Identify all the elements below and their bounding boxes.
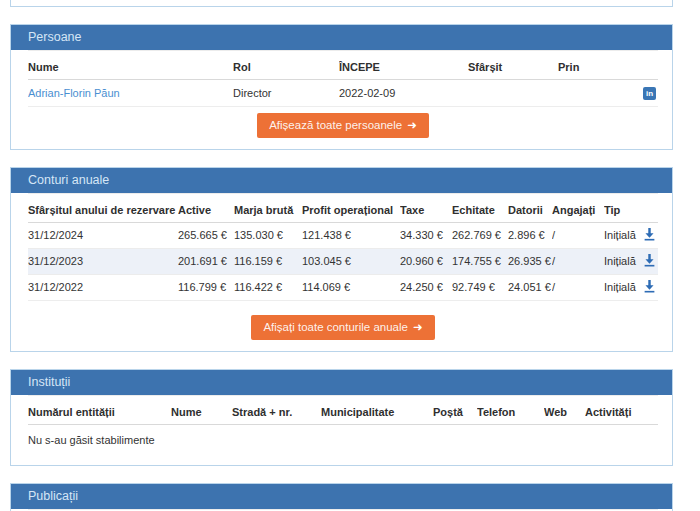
cell-year-end: 31/12/2024 — [28, 223, 178, 249]
person-row: Adrian-Florin Păun Director 2022-02-09 i… — [28, 80, 658, 107]
institutions-empty-message: Nu s-au găsit stabilimente — [28, 425, 658, 465]
cell-year-end: 31/12/2023 — [28, 249, 178, 275]
download-icon[interactable] — [642, 227, 656, 241]
cell-gross-margin: 116.159 € — [234, 249, 302, 275]
person-start-cell: 2022-02-09 — [339, 80, 468, 107]
accounts-button-row: Afișați toate conturile anuale➜ — [28, 301, 658, 351]
cell-download — [642, 275, 658, 301]
institutions-col-activities: Activități — [585, 396, 658, 425]
cell-active: 265.665 € — [178, 223, 234, 249]
persons-card-title: Persoane — [11, 25, 672, 50]
persons-card-body: Nume Rol ÎNCEPE Sfârșit Prin Adrian-Flor… — [11, 50, 672, 149]
institutions-col-entity-number: Numărul entității — [28, 396, 171, 425]
annual-accounts-card-body: Sfârșitul anului de rezervare Active Mar… — [11, 193, 672, 351]
cell-employees: / — [552, 249, 604, 275]
persons-col-incepe: ÎNCEPE — [339, 51, 468, 80]
cell-operating-profit: 121.438 € — [302, 223, 400, 249]
institutions-col-street: Stradă + nr. — [232, 396, 321, 425]
download-icon[interactable] — [642, 279, 656, 293]
annual-accounts-table: Sfârșitul anului de rezervare Active Mar… — [28, 193, 658, 301]
persons-table: Nume Rol ÎNCEPE Sfârșit Prin Adrian-Flor… — [28, 50, 658, 107]
accounts-col-gross-margin: Marja brută — [234, 194, 302, 223]
cell-equity: 262.769 € — [452, 223, 508, 249]
institutions-table: Numărul entității Nume Stradă + nr. Muni… — [28, 395, 658, 425]
persons-col-sfarsit: Sfârșit — [468, 51, 558, 80]
cell-gross-margin: 135.030 € — [234, 223, 302, 249]
persons-button-row: Afișează toate persoanele➜ — [28, 107, 658, 149]
institutions-card: Instituții Numărul entității Nume Stradă… — [10, 369, 673, 466]
cell-active: 201.691 € — [178, 249, 234, 275]
accounts-row-2023: 31/12/2023 201.691 € 116.159 € 103.045 €… — [28, 249, 658, 275]
cell-type: Inițială — [604, 223, 642, 249]
arrow-right-icon: ➜ — [413, 321, 423, 333]
cell-debts: 2.896 € — [508, 223, 552, 249]
persons-card: Persoane Nume Rol ÎNCEPE Sfârșit Prin — [10, 24, 673, 150]
show-all-persons-label: Afișează toate persoanele — [269, 119, 402, 131]
cell-debts: 24.051 € — [508, 275, 552, 301]
cell-download — [642, 223, 658, 249]
accounts-col-taxes: Taxe — [400, 194, 452, 223]
show-all-accounts-label: Afișați toate conturile anuale — [263, 321, 407, 333]
cell-equity: 92.749 € — [452, 275, 508, 301]
publications-card-title: Publicații — [11, 484, 672, 509]
page: Persoane Nume Rol ÎNCEPE Sfârșit Prin — [0, 0, 673, 511]
publications-card: Publicații Data Titlu 11/02/2022 CONST — [10, 483, 673, 511]
cell-gross-margin: 116.422 € — [234, 275, 302, 301]
cell-year-end: 31/12/2022 — [28, 275, 178, 301]
annual-accounts-card: Conturi anuale Sfârșitul anului de rezer… — [10, 167, 673, 352]
accounts-col-year-end: Sfârșitul anului de rezervare — [28, 194, 178, 223]
person-end-cell — [468, 80, 558, 107]
cell-active: 116.799 € — [178, 275, 234, 301]
cell-debts: 26.935 € — [508, 249, 552, 275]
person-role-cell: Director — [233, 80, 339, 107]
arrow-right-icon: ➜ — [407, 119, 417, 131]
persons-header-row: Nume Rol ÎNCEPE Sfârșit Prin — [28, 51, 658, 80]
download-icon[interactable] — [642, 253, 656, 267]
cell-employees: / — [552, 223, 604, 249]
accounts-col-equity: Echitate — [452, 194, 508, 223]
accounts-col-active: Active — [178, 194, 234, 223]
cell-operating-profit: 114.069 € — [302, 275, 400, 301]
institutions-card-body: Numărul entității Nume Stradă + nr. Muni… — [11, 395, 672, 465]
person-prin-cell — [558, 80, 618, 107]
accounts-col-debts: Datorii — [508, 194, 552, 223]
annual-accounts-card-title: Conturi anuale — [11, 168, 672, 193]
accounts-row-2024: 31/12/2024 265.665 € 135.030 € 121.438 €… — [28, 223, 658, 249]
cell-taxes: 34.330 € — [400, 223, 452, 249]
cell-employees: / — [552, 275, 604, 301]
cell-download — [642, 249, 658, 275]
persons-col-rol: Rol — [233, 51, 339, 80]
institutions-col-post: Poștă — [433, 396, 477, 425]
accounts-col-type: Tip — [604, 194, 642, 223]
accounts-col-employees: Angajați — [552, 194, 604, 223]
institutions-col-web: Web — [544, 396, 585, 425]
persons-col-prin: Prin — [558, 51, 618, 80]
person-linkedin-cell: in — [618, 80, 658, 107]
persons-col-actions — [618, 51, 658, 80]
cell-type: Inițială — [604, 249, 642, 275]
show-all-accounts-button[interactable]: Afișați toate conturile anuale➜ — [251, 315, 434, 340]
accounts-col-download — [642, 194, 658, 223]
accounts-row-2022: 31/12/2022 116.799 € 116.422 € 114.069 €… — [28, 275, 658, 301]
accounts-col-operating-profit: Profit operațional — [302, 194, 400, 223]
institutions-header-row: Numărul entității Nume Stradă + nr. Muni… — [28, 396, 658, 425]
person-name-cell: Adrian-Florin Păun — [28, 80, 233, 107]
institutions-card-title: Instituții — [11, 370, 672, 395]
accounts-header-row: Sfârșitul anului de rezervare Active Mar… — [28, 194, 658, 223]
institutions-col-municipality: Municipalitate — [321, 396, 433, 425]
institutions-col-phone: Telefon — [477, 396, 544, 425]
cell-type: Inițială — [604, 275, 642, 301]
cell-taxes: 20.960 € — [400, 249, 452, 275]
cell-operating-profit: 103.045 € — [302, 249, 400, 275]
linkedin-icon[interactable]: in — [643, 87, 656, 100]
previous-card-bottom-edge — [10, 0, 673, 7]
show-all-persons-button[interactable]: Afișează toate persoanele➜ — [257, 113, 429, 138]
institutions-col-name: Nume — [171, 396, 232, 425]
person-name-link[interactable]: Adrian-Florin Păun — [28, 87, 120, 99]
cell-taxes: 24.250 € — [400, 275, 452, 301]
cell-equity: 174.755 € — [452, 249, 508, 275]
persons-col-nume: Nume — [28, 51, 233, 80]
